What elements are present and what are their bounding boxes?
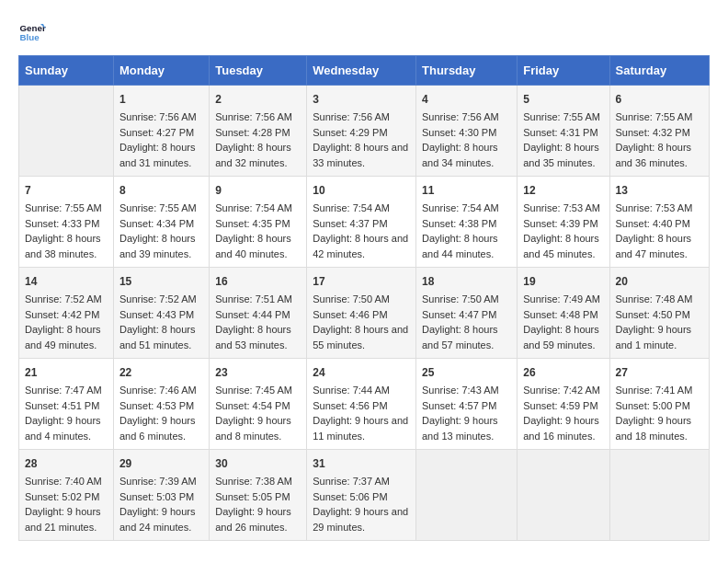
day-number: 14: [25, 273, 108, 290]
day-number: 2: [215, 91, 301, 108]
daylight-text: Daylight: 9 hours and 18 minutes.: [616, 415, 692, 442]
sunset-text: Sunset: 4:37 PM: [313, 218, 387, 229]
daylight-text: Daylight: 8 hours and 40 minutes.: [215, 233, 291, 259]
sunset-text: Sunset: 4:59 PM: [523, 400, 597, 411]
calendar-cell: 11Sunrise: 7:54 AMSunset: 4:38 PMDayligh…: [416, 177, 518, 268]
day-number: 27: [616, 364, 703, 381]
sunset-text: Sunset: 5:06 PM: [313, 491, 387, 502]
calendar-cell: 2Sunrise: 7:56 AMSunset: 4:28 PMDaylight…: [210, 86, 307, 177]
week-row-1: 1Sunrise: 7:56 AMSunset: 4:27 PMDaylight…: [19, 86, 710, 177]
sunset-text: Sunset: 5:02 PM: [25, 491, 99, 502]
day-number: 15: [119, 273, 203, 290]
daylight-text: Daylight: 9 hours and 21 minutes.: [25, 506, 101, 533]
calendar-cell: 29Sunrise: 7:39 AMSunset: 5:03 PMDayligh…: [113, 450, 209, 541]
calendar-cell: 31Sunrise: 7:37 AMSunset: 5:06 PMDayligh…: [307, 450, 416, 541]
calendar-body: 1Sunrise: 7:56 AMSunset: 4:27 PMDaylight…: [19, 86, 710, 541]
daylight-text: Daylight: 8 hours and 51 minutes.: [119, 324, 196, 350]
calendar-cell: 3Sunrise: 7:56 AMSunset: 4:29 PMDaylight…: [307, 86, 416, 177]
daylight-text: Daylight: 9 hours and 8 minutes.: [215, 415, 291, 442]
calendar-cell: 1Sunrise: 7:56 AMSunset: 4:27 PMDaylight…: [113, 86, 209, 177]
day-number: 9: [215, 182, 301, 199]
header-day-friday: Friday: [518, 56, 609, 86]
sunrise-text: Sunrise: 7:50 AM: [313, 293, 390, 304]
sunset-text: Sunset: 4:57 PM: [422, 400, 496, 411]
calendar-cell: [518, 450, 609, 541]
calendar-table: SundayMondayTuesdayWednesdayThursdayFrid…: [18, 55, 710, 541]
calendar-cell: 7Sunrise: 7:55 AMSunset: 4:33 PMDaylight…: [19, 177, 114, 268]
sunrise-text: Sunrise: 7:55 AM: [119, 202, 197, 213]
week-row-4: 21Sunrise: 7:47 AMSunset: 4:51 PMDayligh…: [19, 359, 710, 450]
sunrise-text: Sunrise: 7:43 AM: [422, 385, 499, 396]
sunrise-text: Sunrise: 7:53 AM: [523, 202, 600, 213]
daylight-text: Daylight: 9 hours and 6 minutes.: [119, 415, 196, 442]
calendar-cell: 12Sunrise: 7:53 AMSunset: 4:39 PMDayligh…: [518, 177, 609, 268]
daylight-text: Daylight: 8 hours and 59 minutes.: [523, 324, 599, 350]
day-number: 21: [25, 364, 108, 381]
day-number: 31: [313, 455, 410, 472]
sunrise-text: Sunrise: 7:52 AM: [119, 293, 197, 304]
sunrise-text: Sunrise: 7:55 AM: [616, 111, 693, 122]
daylight-text: Daylight: 9 hours and 24 minutes.: [119, 506, 196, 533]
daylight-text: Daylight: 8 hours and 38 minutes.: [25, 233, 101, 259]
sunrise-text: Sunrise: 7:46 AM: [119, 385, 197, 396]
day-number: 4: [422, 91, 511, 108]
sunset-text: Sunset: 4:48 PM: [523, 309, 597, 320]
header-day-saturday: Saturday: [609, 56, 709, 86]
sunset-text: Sunset: 5:05 PM: [215, 491, 290, 502]
calendar-cell: 19Sunrise: 7:49 AMSunset: 4:48 PMDayligh…: [518, 268, 609, 359]
sunrise-text: Sunrise: 7:40 AM: [25, 476, 102, 487]
daylight-text: Daylight: 9 hours and 29 minutes.: [313, 506, 408, 533]
daylight-text: Daylight: 8 hours and 53 minutes.: [215, 324, 291, 350]
day-number: 29: [119, 455, 203, 472]
calendar-cell: 17Sunrise: 7:50 AMSunset: 4:46 PMDayligh…: [307, 268, 416, 359]
daylight-text: Daylight: 8 hours and 35 minutes.: [523, 142, 599, 168]
sunrise-text: Sunrise: 7:49 AM: [523, 293, 600, 304]
day-number: 6: [616, 91, 703, 108]
sunset-text: Sunset: 4:40 PM: [616, 218, 690, 229]
svg-text:Blue: Blue: [20, 32, 40, 42]
sunset-text: Sunset: 4:35 PM: [215, 218, 290, 229]
day-number: 7: [25, 182, 108, 199]
day-number: 11: [422, 182, 511, 199]
sunrise-text: Sunrise: 7:47 AM: [25, 385, 102, 396]
sunrise-text: Sunrise: 7:39 AM: [119, 476, 197, 487]
calendar-cell: [416, 450, 518, 541]
day-number: 30: [215, 455, 301, 472]
daylight-text: Daylight: 8 hours and 55 minutes.: [313, 324, 408, 350]
calendar-cell: 20Sunrise: 7:48 AMSunset: 4:50 PMDayligh…: [609, 268, 709, 359]
sunset-text: Sunset: 4:43 PM: [119, 309, 194, 320]
header-day-wednesday: Wednesday: [307, 56, 416, 86]
daylight-text: Daylight: 9 hours and 1 minute.: [616, 324, 692, 350]
sunset-text: Sunset: 4:44 PM: [215, 309, 290, 320]
week-row-3: 14Sunrise: 7:52 AMSunset: 4:42 PMDayligh…: [19, 268, 710, 359]
daylight-text: Daylight: 8 hours and 47 minutes.: [616, 233, 692, 259]
header-day-sunday: Sunday: [19, 56, 114, 86]
sunset-text: Sunset: 4:27 PM: [119, 127, 194, 138]
daylight-text: Daylight: 9 hours and 16 minutes.: [523, 415, 599, 442]
calendar-cell: 8Sunrise: 7:55 AMSunset: 4:34 PMDaylight…: [113, 177, 209, 268]
sunrise-text: Sunrise: 7:38 AM: [215, 476, 292, 487]
sunrise-text: Sunrise: 7:48 AM: [616, 293, 693, 304]
logo-icon: General Blue: [18, 18, 46, 46]
sunrise-text: Sunrise: 7:56 AM: [119, 111, 197, 122]
calendar-header: SundayMondayTuesdayWednesdayThursdayFrid…: [19, 56, 710, 86]
sunset-text: Sunset: 4:34 PM: [119, 218, 194, 229]
day-number: 23: [215, 364, 301, 381]
day-number: 17: [313, 273, 410, 290]
sunrise-text: Sunrise: 7:52 AM: [25, 293, 102, 304]
calendar-cell: 14Sunrise: 7:52 AMSunset: 4:42 PMDayligh…: [19, 268, 114, 359]
calendar-cell: 21Sunrise: 7:47 AMSunset: 4:51 PMDayligh…: [19, 359, 114, 450]
daylight-text: Daylight: 9 hours and 4 minutes.: [25, 415, 101, 442]
calendar-cell: 15Sunrise: 7:52 AMSunset: 4:43 PMDayligh…: [113, 268, 209, 359]
day-number: 5: [523, 91, 603, 108]
sunrise-text: Sunrise: 7:55 AM: [523, 111, 600, 122]
calendar-cell: 30Sunrise: 7:38 AMSunset: 5:05 PMDayligh…: [210, 450, 307, 541]
day-number: 10: [313, 182, 410, 199]
sunrise-text: Sunrise: 7:51 AM: [215, 293, 292, 304]
calendar-cell: 23Sunrise: 7:45 AMSunset: 4:54 PMDayligh…: [210, 359, 307, 450]
sunrise-text: Sunrise: 7:55 AM: [25, 202, 102, 213]
calendar-cell: 10Sunrise: 7:54 AMSunset: 4:37 PMDayligh…: [307, 177, 416, 268]
day-number: 20: [616, 273, 703, 290]
sunset-text: Sunset: 4:46 PM: [313, 309, 387, 320]
day-number: 13: [616, 182, 703, 199]
